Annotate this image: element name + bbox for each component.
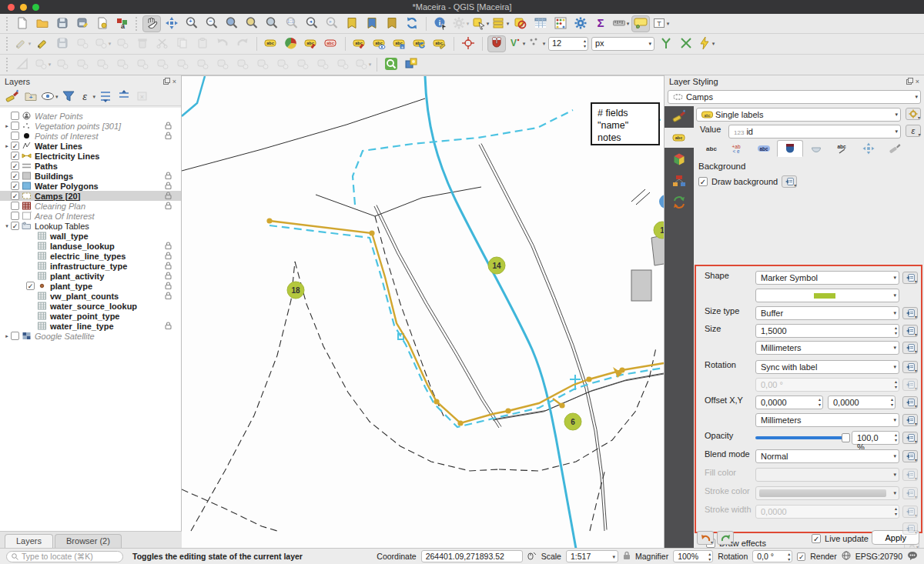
new-spatial-bookmark-button[interactable] bbox=[343, 15, 361, 32]
zoom-out-button[interactable]: − bbox=[203, 15, 221, 32]
window-zoom-button[interactable] bbox=[32, 4, 39, 11]
rotation-override-button[interactable] bbox=[902, 361, 918, 373]
map-label-marker[interactable]: 14 bbox=[488, 257, 505, 274]
layer-item-landuse-lookup[interactable]: landuse_lookup bbox=[0, 241, 181, 251]
map-label-marker[interactable]: 6 bbox=[564, 413, 581, 430]
style-manager-button[interactable]: a bbox=[113, 15, 132, 32]
redo-style-button[interactable] bbox=[717, 531, 734, 545]
expander-icon[interactable]: ▸ bbox=[3, 123, 11, 129]
zoom-last-button[interactable]: ◂ bbox=[303, 15, 321, 32]
cad-tools-button[interactable] bbox=[459, 35, 477, 52]
split-parts-button[interactable] bbox=[253, 56, 272, 73]
zoom-next-button[interactable]: ▸ bbox=[323, 15, 341, 32]
layer-visibility-checkbox[interactable]: ✓ bbox=[11, 222, 19, 230]
history-icon[interactable] bbox=[665, 192, 694, 212]
snapping-mode-button[interactable]: V▾ bbox=[507, 35, 526, 52]
zoom-native-button[interactable]: 1:1 bbox=[283, 15, 301, 32]
tab-rendering[interactable] bbox=[882, 140, 908, 157]
modify-attributes-button[interactable] bbox=[113, 35, 132, 52]
layer-item-water-source-lookup[interactable]: water_source_lookup bbox=[0, 301, 181, 311]
enable-advanced-digitizing-button[interactable] bbox=[13, 56, 32, 73]
layer-item-plant-type[interactable]: ✓plant_type bbox=[0, 281, 181, 291]
measure-button[interactable]: ▾ bbox=[611, 15, 630, 32]
identify-features-button[interactable]: i bbox=[431, 15, 450, 32]
statistical-summary-button[interactable]: Σ bbox=[591, 15, 610, 32]
messages-icon[interactable] bbox=[907, 551, 918, 562]
layer-visibility-checkbox[interactable] bbox=[11, 112, 19, 120]
tab-formatting[interactable]: +ab< e bbox=[725, 140, 751, 157]
layer-item-wall-type[interactable]: wall_type bbox=[0, 231, 181, 241]
panel-close-icon[interactable]: × bbox=[916, 78, 919, 86]
offset-units-override-button[interactable] bbox=[902, 414, 918, 426]
scale-combobox[interactable]: 1:517▾ bbox=[566, 550, 618, 562]
paste-features-button[interactable] bbox=[193, 35, 212, 52]
opacity-slider[interactable]: 100,0 %▴▾ bbox=[755, 431, 899, 445]
rotation-spinbox[interactable]: 0,0 °▴▾ bbox=[752, 550, 792, 562]
panel-float-icon[interactable] bbox=[906, 78, 913, 86]
layer-visibility-checkbox[interactable]: ✓ bbox=[11, 182, 19, 190]
add-part-button[interactable] bbox=[133, 56, 152, 73]
fill-color-button[interactable]: ▾ bbox=[755, 468, 899, 482]
layer-visibility-checkbox[interactable]: ✓ bbox=[11, 192, 19, 200]
3d-view-icon[interactable] bbox=[665, 149, 694, 169]
trim-extend-button[interactable]: ▾ bbox=[353, 56, 372, 73]
value-expression-button[interactable]: ε bbox=[906, 125, 921, 137]
expander-icon[interactable]: ▸ bbox=[3, 143, 11, 149]
undo-style-button[interactable] bbox=[697, 531, 714, 545]
collapse-all-button[interactable] bbox=[116, 89, 132, 105]
panel-close-icon[interactable]: × bbox=[172, 78, 176, 86]
layer-visibility-checkbox[interactable]: ✓ bbox=[26, 282, 35, 290]
tab-shadow[interactable] bbox=[803, 140, 829, 157]
rotate-label-button[interactable]: abc bbox=[410, 35, 429, 52]
layer-visibility-checkbox[interactable] bbox=[11, 332, 19, 340]
delete-ring-button[interactable] bbox=[173, 56, 192, 73]
tab-buffer[interactable]: abc bbox=[751, 140, 777, 157]
layer-item-electricity-lines[interactable]: ✓Electricity Lines bbox=[0, 151, 181, 161]
layer-item-water-point-type[interactable]: water_point_type bbox=[0, 311, 181, 321]
toggle-editing-button[interactable] bbox=[33, 35, 52, 52]
size-units-override-button[interactable] bbox=[902, 342, 918, 354]
lock-scale-icon[interactable] bbox=[623, 551, 631, 562]
redo-button[interactable] bbox=[233, 35, 252, 52]
field-calculator-button[interactable] bbox=[551, 15, 570, 32]
layer-item-buildings[interactable]: ✓Buildings bbox=[0, 171, 181, 181]
layer-item-vw-plant-counts[interactable]: vw_plant_counts bbox=[0, 291, 181, 301]
size-type-override-button[interactable] bbox=[902, 307, 918, 319]
layer-visibility-checkbox[interactable] bbox=[11, 212, 19, 220]
pan-to-selection-button[interactable] bbox=[162, 15, 181, 32]
layer-item-plant-activity[interactable]: plant_activity bbox=[0, 271, 181, 281]
save-project-button[interactable] bbox=[53, 15, 72, 32]
draw-background-override-button[interactable] bbox=[782, 175, 797, 188]
tab-browser[interactable]: Browser (2) bbox=[55, 534, 122, 548]
layer-item-water-lines[interactable]: ▸✓Water Lines bbox=[0, 141, 181, 151]
layer-visibility-checkbox[interactable]: ✓ bbox=[11, 162, 19, 170]
pan-map-button[interactable] bbox=[142, 15, 161, 32]
symbology-icon[interactable] bbox=[665, 106, 694, 126]
change-label-properties-button[interactable]: abc bbox=[430, 35, 449, 52]
layer-item-google-satellite[interactable]: ▸Google Satellite bbox=[0, 331, 181, 341]
layer-item-points-of-interest[interactable]: Points of Interest bbox=[0, 131, 181, 141]
layer-item-vegetation-points-301[interactable]: ▸Vegetation points [301] bbox=[0, 121, 181, 131]
delete-part-button[interactable] bbox=[193, 56, 212, 73]
current-edits-button[interactable]: ▾ bbox=[13, 35, 32, 52]
blend-mode-select[interactable]: Normal▾ bbox=[755, 449, 899, 463]
map-tips-button[interactable] bbox=[631, 15, 650, 32]
zoom-to-selection-button[interactable] bbox=[243, 15, 261, 32]
text-annotation-button[interactable]: T▾ bbox=[651, 15, 670, 32]
layer-item-water-points[interactable]: Water Points bbox=[0, 111, 181, 121]
locate-search-input[interactable]: Type to locate (⌘K) bbox=[6, 551, 123, 562]
fill-color-override-button[interactable] bbox=[902, 469, 918, 481]
open-project-button[interactable] bbox=[33, 15, 52, 32]
move-label-button[interactable]: abc bbox=[350, 35, 369, 52]
processing-toolbox-button[interactable] bbox=[571, 15, 590, 32]
move-feature-button[interactable]: ▾ bbox=[33, 56, 52, 73]
open-attribute-table-button[interactable] bbox=[531, 15, 550, 32]
window-minimize-button[interactable] bbox=[20, 4, 27, 11]
filter-by-expression-button[interactable]: ε▾ bbox=[79, 89, 96, 105]
add-group-button[interactable]: + bbox=[22, 89, 39, 105]
enable-snapping-button[interactable] bbox=[487, 35, 506, 52]
labels-icon[interactable]: abc bbox=[665, 128, 694, 148]
show-hide-labels-button[interactable]: abc bbox=[370, 35, 389, 52]
expander-icon[interactable]: ▾ bbox=[3, 223, 11, 229]
stroke-color-button[interactable]: ▾ bbox=[755, 486, 899, 500]
